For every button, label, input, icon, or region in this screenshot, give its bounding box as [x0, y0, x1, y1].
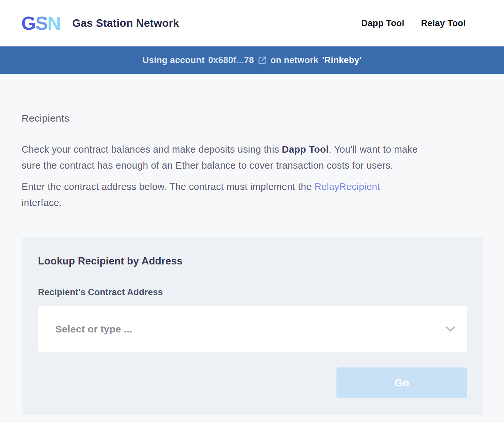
logo-letter-s: S: [35, 14, 47, 33]
relay-recipient-link[interactable]: RelayRecipient: [315, 181, 380, 192]
intro-paragraph-1: Check your contract balances and make de…: [22, 142, 482, 174]
lookup-recipient-card: Lookup Recipient by Address Recipient's …: [22, 237, 483, 415]
network-name: 'Rinkeby': [322, 55, 362, 65]
gsn-logo[interactable]: GSN: [21, 14, 61, 33]
select-placeholder-text: Select or type ...: [55, 324, 433, 335]
nav-dapp-tool[interactable]: Dapp Tool: [361, 18, 405, 28]
external-link-icon: [258, 56, 267, 65]
header-nav: Dapp Tool Relay Tool: [361, 18, 466, 28]
account-banner: Using account 0x680f...78 on network 'Ri…: [0, 46, 504, 74]
site-title: Gas Station Network: [72, 17, 179, 29]
intro-paragraph-2: Enter the contract address below. The co…: [22, 179, 482, 211]
nav-relay-tool[interactable]: Relay Tool: [421, 18, 466, 28]
page-title: Recipients: [22, 113, 482, 124]
p2-text-a: Enter the contract address below. The co…: [22, 181, 315, 192]
p1-dapp-tool-text: Dapp Tool: [282, 144, 329, 155]
contract-address-select[interactable]: Select or type ...: [38, 306, 467, 352]
account-address: 0x680f...78: [208, 55, 254, 65]
p1-text-a: Check your contract balances and make de…: [22, 144, 282, 155]
banner-middle: on network: [270, 55, 318, 65]
contract-address-label: Recipient's Contract Address: [38, 287, 467, 297]
p2-text-b: interface.: [22, 195, 482, 211]
main-content: Recipients Check your contract balances …: [0, 113, 504, 211]
chevron-down-icon: [433, 326, 467, 333]
logo-letter-g: G: [21, 14, 35, 33]
lookup-card-title: Lookup Recipient by Address: [38, 237, 467, 267]
go-button[interactable]: Go: [336, 367, 467, 398]
button-row: Go: [38, 367, 467, 398]
p1-text-b: . You'll want to make: [329, 144, 418, 155]
p1-text-c: sure the contract has enough of an Ether…: [22, 158, 482, 174]
account-address-link[interactable]: 0x680f...78: [208, 55, 267, 65]
header: GSN Gas Station Network Dapp Tool Relay …: [0, 0, 504, 46]
logo-letter-n: N: [47, 14, 61, 33]
banner-prefix: Using account: [142, 55, 205, 65]
